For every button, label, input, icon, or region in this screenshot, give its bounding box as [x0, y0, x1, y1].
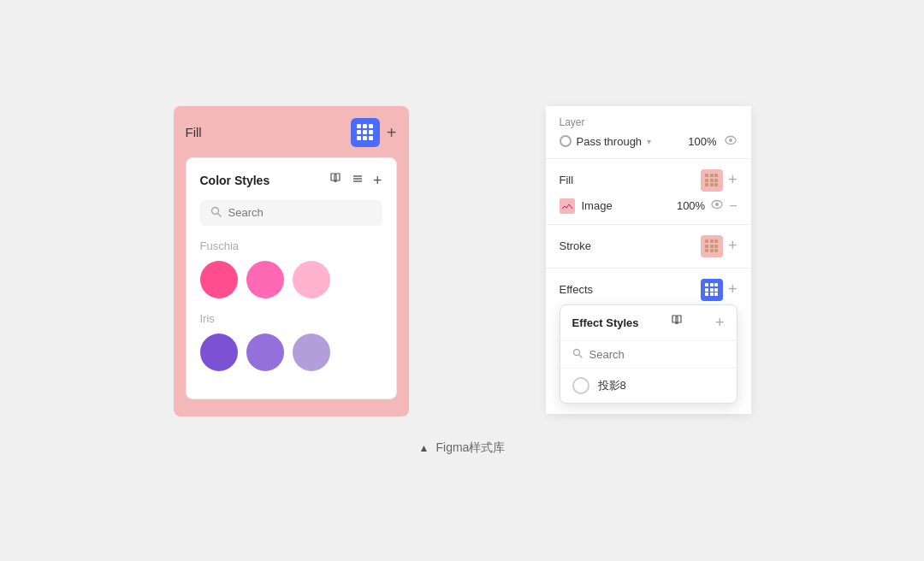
- layer-opacity[interactable]: 100%: [688, 135, 716, 148]
- effects-section-row: Effects: [560, 279, 737, 301]
- fill-title: Fill: [186, 125, 202, 139]
- layer-mode[interactable]: Pass through: [577, 135, 643, 148]
- fill-row-right: 100% −: [677, 198, 737, 214]
- svg-point-9: [715, 203, 719, 206]
- stroke-section-right: +: [701, 235, 737, 257]
- color-swatch-purple-light[interactable]: [293, 334, 330, 371]
- effect-circle-icon: [572, 377, 589, 394]
- dot: [710, 283, 714, 286]
- layer-row: Pass through ▾ 100%: [560, 135, 737, 148]
- dot: [705, 283, 708, 286]
- dot: [705, 183, 708, 186]
- dot: [714, 239, 718, 243]
- add-stroke-plus[interactable]: +: [728, 237, 737, 255]
- eye-icon[interactable]: [724, 135, 737, 148]
- grid-dot: [369, 124, 373, 128]
- dot: [714, 288, 718, 292]
- fill-section-right: +: [701, 169, 737, 192]
- dot: [710, 288, 714, 292]
- effect-search-bar: [560, 341, 737, 369]
- dot: [705, 245, 708, 248]
- fill-section-title: Fill: [560, 174, 574, 186]
- effect-styles-book-icon[interactable]: [670, 314, 684, 331]
- effect-styles-dropdown: Effect Styles +: [560, 304, 737, 404]
- grid-dot: [357, 130, 361, 134]
- search-input[interactable]: [228, 206, 372, 219]
- chevron-down-icon[interactable]: ▾: [647, 137, 651, 146]
- dot: [710, 249, 714, 252]
- iris-label: Iris: [200, 312, 382, 325]
- color-swatch-purple-deep[interactable]: [200, 334, 238, 371]
- fuschia-swatches: [200, 261, 382, 298]
- header-icons: +: [329, 172, 382, 190]
- layer-section-label: Layer: [560, 116, 737, 128]
- stroke-section-row: Stroke: [560, 235, 737, 257]
- svg-point-6: [729, 139, 732, 142]
- fill-header: Fill: [186, 118, 397, 147]
- effect-search-icon: [572, 348, 583, 361]
- effect-styles-title: Effect Styles: [572, 316, 639, 329]
- fill-header-right: +: [351, 118, 397, 147]
- grid-dot: [363, 124, 367, 128]
- dot: [714, 283, 718, 286]
- grid-dot: [363, 136, 367, 140]
- grid-dot: [357, 124, 361, 128]
- stroke-section-title: Stroke: [560, 239, 592, 252]
- image-label: Image: [582, 199, 670, 212]
- layer-left: Pass through ▾: [560, 135, 652, 148]
- add-style-button[interactable]: +: [373, 172, 382, 190]
- color-swatch-purple-medium[interactable]: [246, 334, 284, 371]
- circle-icon: [560, 135, 572, 147]
- dot: [710, 183, 714, 186]
- caption: ▲ Figma样式库: [419, 440, 506, 456]
- grid-button[interactable]: [351, 118, 380, 147]
- book-icon[interactable]: [329, 172, 342, 189]
- dot: [710, 245, 714, 248]
- search-icon: [210, 206, 222, 220]
- grid-dot: [363, 130, 367, 134]
- color-styles-panel: Color Styles: [186, 157, 397, 399]
- pink-background: Fill: [174, 106, 409, 416]
- dot: [714, 183, 718, 186]
- right-panel: Layer Pass through ▾ 100%: [546, 106, 751, 414]
- stroke-grid-button[interactable]: [701, 235, 723, 257]
- image-icon: [560, 198, 575, 214]
- dot: [710, 292, 714, 296]
- grid-dots-icon: [357, 124, 373, 140]
- effect-name: 投影8: [598, 378, 626, 393]
- effects-grid-button[interactable]: [701, 279, 723, 301]
- dot: [714, 179, 718, 182]
- caption-text: Figma样式库: [435, 440, 505, 456]
- effects-section-right: +: [701, 279, 737, 301]
- dot: [714, 174, 718, 177]
- effects-section-title: Effects: [560, 283, 594, 296]
- add-fill-plus[interactable]: +: [728, 171, 737, 189]
- fill-grid-button[interactable]: [701, 169, 723, 192]
- remove-fill-button[interactable]: −: [729, 198, 737, 214]
- main-container: Fill: [174, 106, 751, 416]
- fill-section-row: Fill: [560, 169, 737, 192]
- effects-grid-dots: [705, 283, 718, 296]
- dot: [705, 288, 708, 292]
- add-effect-plus[interactable]: +: [728, 280, 737, 298]
- effect-item[interactable]: 投影8: [560, 369, 737, 403]
- image-opacity[interactable]: 100%: [677, 199, 705, 212]
- add-fill-button[interactable]: +: [387, 124, 397, 141]
- color-swatch-pink-light[interactable]: [293, 261, 330, 298]
- fill-section: Fill: [546, 159, 751, 225]
- fill-grid-dots: [705, 174, 718, 186]
- add-effect-style-button[interactable]: +: [715, 314, 725, 332]
- dot: [705, 292, 708, 296]
- list-icon[interactable]: [351, 172, 364, 189]
- fill-eye-icon[interactable]: [710, 199, 724, 212]
- dot: [714, 249, 718, 252]
- grid-dot: [369, 136, 373, 140]
- dot: [705, 179, 708, 182]
- color-swatch-pink-medium[interactable]: [246, 261, 284, 298]
- iris-group: Iris: [200, 312, 382, 371]
- layer-right: 100%: [688, 135, 737, 148]
- fill-image-row: Image 100% −: [560, 198, 737, 214]
- fuschia-label: Fuschia: [200, 239, 382, 252]
- effect-search-input[interactable]: [589, 348, 733, 361]
- color-swatch-pink-bright[interactable]: [200, 261, 238, 298]
